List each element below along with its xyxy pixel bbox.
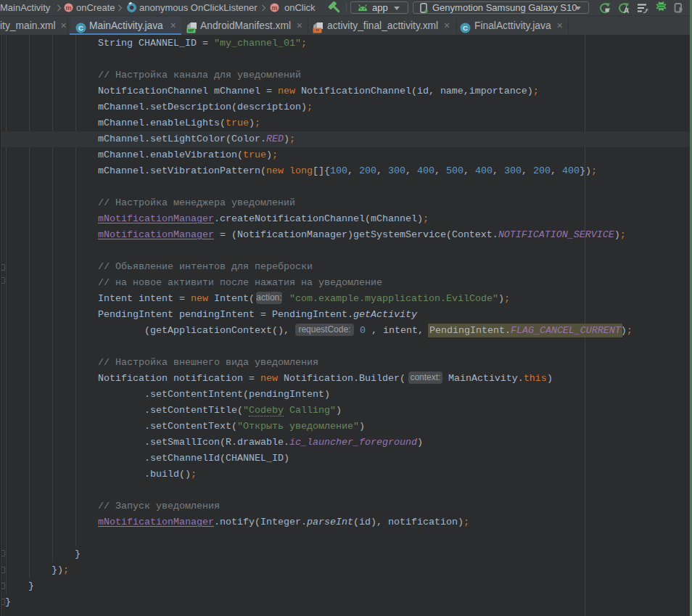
svg-text:‹›: ‹› — [316, 28, 318, 33]
svg-text:m: m — [271, 4, 277, 12]
svg-text:C: C — [463, 24, 468, 32]
svg-text:m: m — [65, 4, 71, 12]
svg-text:MF: MF — [188, 28, 194, 33]
svg-text:C: C — [78, 24, 83, 32]
